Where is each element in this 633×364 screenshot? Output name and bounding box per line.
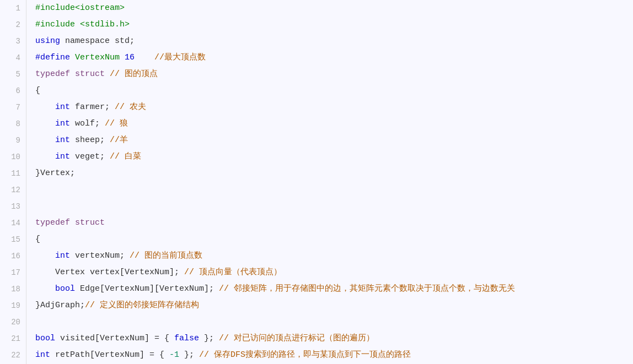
code-line: }AdjGraph;// 定义图的邻接矩阵存储结构	[35, 297, 633, 314]
token-var: namespace	[60, 36, 115, 46]
code-line: #include <stdlib.h>	[35, 17, 633, 33]
token-type: int	[55, 251, 70, 260]
code-line: int wolf; // 狼	[35, 116, 633, 132]
code-line	[35, 198, 633, 215]
token-inc: #include	[35, 20, 80, 29]
token-type: int	[55, 135, 70, 145]
token-var	[35, 251, 55, 260]
token-var: };	[179, 350, 199, 360]
token-header-green: <stdlib.h>	[80, 20, 130, 29]
code-editor: 1234567891011121314151617181920212223 #i…	[0, 0, 633, 364]
token-comment: // 农夫	[115, 102, 146, 112]
code-line: bool Edge[VertexNum][VertexNum]; // 邻接矩阵…	[35, 281, 633, 297]
token-var: std	[115, 36, 130, 46]
code-line: #include<iostream>	[35, 0, 633, 17]
code-line: {	[35, 231, 633, 248]
code-line: int sheep; //羊	[35, 132, 633, 149]
line-number: 21	[0, 330, 20, 347]
line-number: 9	[0, 132, 20, 149]
token-comment: // 邻接矩阵，用于存储图中的边，其矩阵元素个数取决于顶点个数，与边数无关	[219, 284, 515, 294]
token-var: };	[199, 334, 219, 343]
code-line: int retPath[VertexNum] = { -1 }; // 保存DF…	[35, 347, 633, 363]
token-def-name: VertexNum	[75, 53, 120, 62]
code-line: typedef struct // 图的顶点	[35, 66, 633, 83]
token-kw-purple: struct	[70, 69, 110, 79]
token-var	[35, 135, 55, 145]
line-number: 19	[0, 297, 20, 314]
token-type: int	[55, 102, 70, 112]
token-kw-purple: typedef	[35, 218, 70, 227]
token-comment: // 顶点向量（代表顶点）	[184, 268, 282, 277]
token-var: sheep;	[70, 135, 110, 145]
token-var: visited[VertexNum] = {	[55, 334, 174, 343]
code-line: {	[35, 83, 633, 99]
token-comment: //羊	[110, 135, 128, 145]
code-line: typedef struct	[35, 215, 633, 231]
line-number: 1	[0, 0, 20, 17]
code-line: int farmer; // 农夫	[35, 99, 633, 116]
token-var	[35, 268, 55, 277]
token-type: int	[35, 350, 50, 360]
line-number: 22	[0, 347, 20, 363]
token-def: #define	[35, 53, 75, 62]
code-line: int vertexNum; // 图的当前顶点数	[35, 248, 633, 264]
token-type: bool	[35, 334, 55, 343]
line-number: 16	[0, 248, 20, 264]
line-number: 4	[0, 50, 20, 66]
line-number: 17	[0, 264, 20, 281]
token-comment: // 狼	[105, 119, 128, 128]
token-comment: // 保存DFS搜索到的路径，即与某顶点到下一顶点的路径	[199, 350, 411, 360]
token-var: retPath[VertexNum] = {	[50, 350, 169, 360]
token-comment: //最大顶点数	[154, 53, 206, 62]
line-number: 11	[0, 165, 20, 182]
token-var: wolf;	[70, 119, 105, 128]
token-var: Vertex	[55, 268, 85, 277]
line-number: 10	[0, 149, 20, 165]
token-comment: // 定义图的邻接矩阵存储结构	[85, 301, 199, 310]
token-punct: {	[35, 235, 40, 244]
token-var: Edge[VertexNum][VertexNum];	[75, 284, 219, 294]
line-number: 15	[0, 231, 20, 248]
code-line: int veget; // 白菜	[35, 149, 633, 165]
code-line	[35, 182, 633, 198]
line-number: 7	[0, 99, 20, 116]
line-number: 12	[0, 182, 20, 198]
line-number: 13	[0, 198, 20, 215]
token-kw-purple: typedef	[35, 69, 70, 79]
line-number: 18	[0, 281, 20, 297]
token-var: vertexNum;	[70, 251, 130, 260]
token-var	[35, 102, 55, 112]
token-punct: ;	[130, 36, 135, 46]
token-comment: // 白菜	[110, 152, 141, 161]
token-type: int	[55, 119, 70, 128]
code-line: #define VertexNum 16 //最大顶点数	[35, 50, 633, 66]
line-number: 20	[0, 314, 20, 330]
token-def-val: 16	[120, 53, 135, 62]
token-type: bool	[55, 284, 75, 294]
token-minus1: -1	[169, 350, 179, 360]
token-var	[35, 119, 55, 128]
token-false-kw: false	[174, 334, 199, 343]
token-var: vertex[VertexNum];	[85, 268, 184, 277]
token-var: farmer;	[70, 102, 115, 112]
token-comment: // 对已访问的顶点进行标记（图的遍历）	[219, 334, 374, 343]
line-number: 6	[0, 83, 20, 99]
token-kw-purple: struct	[70, 218, 105, 227]
token-inc: #include	[35, 3, 75, 13]
line-number: 8	[0, 116, 20, 132]
token-comment: // 图的顶点	[110, 69, 158, 79]
code-line: bool visited[VertexNum] = { false }; // …	[35, 330, 633, 347]
code-line: Vertex vertex[VertexNum]; // 顶点向量（代表顶点）	[35, 264, 633, 281]
line-number: 2	[0, 17, 20, 33]
token-var	[35, 284, 55, 294]
code-content: #include<iostream>#include <stdlib.h>usi…	[26, 0, 633, 364]
token-var: }AdjGraph;	[35, 301, 85, 310]
token-comment: // 图的当前顶点数	[130, 251, 202, 260]
token-var: veget;	[70, 152, 110, 161]
token-var	[35, 152, 55, 161]
token-var	[135, 53, 154, 62]
code-line: }Vertex;	[35, 165, 633, 182]
token-var: }Vertex;	[35, 169, 75, 178]
line-number-gutter: 1234567891011121314151617181920212223	[0, 0, 26, 364]
line-number: 5	[0, 66, 20, 83]
